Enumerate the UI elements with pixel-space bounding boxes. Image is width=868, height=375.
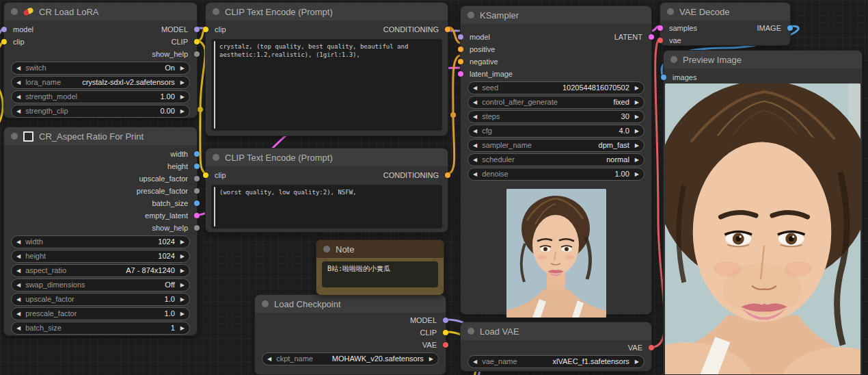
step-right-icon[interactable] <box>180 294 185 305</box>
step-left-icon[interactable] <box>16 308 21 320</box>
step-right-icon[interactable] <box>635 96 639 108</box>
output-slot-width[interactable] <box>194 151 200 157</box>
output-slot-clip[interactable] <box>443 330 448 335</box>
node-title-bar[interactable]: CR Load LoRA <box>4 3 197 21</box>
widget-seed[interactable]: seed 1020544816070502 <box>467 81 645 94</box>
collapse-dot-icon[interactable] <box>467 12 474 18</box>
widget-switch[interactable]: switch On <box>11 62 190 75</box>
step-left-icon[interactable] <box>473 111 477 122</box>
widget-control-after-generate[interactable]: control_after_generate fixed <box>467 96 645 109</box>
collapse-dot-icon[interactable] <box>467 328 474 335</box>
step-left-icon[interactable] <box>16 77 21 88</box>
input-slot-positive[interactable] <box>458 47 463 52</box>
step-right-icon[interactable] <box>180 105 185 117</box>
step-right-icon[interactable] <box>180 322 185 334</box>
step-left-icon[interactable] <box>16 265 21 276</box>
note-textarea[interactable]: B站:啦啦啦的小黄瓜 <box>322 261 438 287</box>
input-slot-clip[interactable] <box>203 172 208 178</box>
input-slot-images[interactable] <box>661 75 666 80</box>
step-right-icon[interactable] <box>180 279 185 291</box>
node-title-bar[interactable]: Load VAE <box>461 322 651 340</box>
step-left-icon[interactable] <box>16 62 21 74</box>
step-left-icon[interactable] <box>473 82 477 94</box>
input-slot-negative[interactable] <box>458 59 463 64</box>
input-slot-clip[interactable] <box>1 39 7 44</box>
step-right-icon[interactable] <box>180 250 185 262</box>
step-left-icon[interactable] <box>16 279 21 291</box>
step-right-icon[interactable] <box>180 77 185 88</box>
collapse-dot-icon[interactable] <box>670 56 677 63</box>
prompt-textarea[interactable]: (worst quality, low quality:2), NSFW, <box>211 185 442 229</box>
output-slot-conditioning[interactable] <box>445 27 450 32</box>
collapse-dot-icon[interactable] <box>11 133 18 140</box>
output-slot-image[interactable] <box>787 25 793 31</box>
step-right-icon[interactable] <box>635 154 639 166</box>
node-canvas[interactable]: { "app": "ComfyUI node graph", "colors":… <box>0 0 868 375</box>
output-slot-prescale-factor[interactable] <box>194 188 200 194</box>
widget-denoise[interactable]: denoise 1.00 <box>467 168 645 181</box>
output-slot-empty-latent[interactable] <box>194 213 200 218</box>
node-title-bar[interactable]: CLIP Text Encode (Prompt) <box>206 3 448 21</box>
node-title-bar[interactable]: Preview Image <box>664 51 862 68</box>
node-title-bar[interactable]: CLIP Text Encode (Prompt) <box>206 148 448 166</box>
step-right-icon[interactable] <box>635 125 639 137</box>
widget-prescale-factor[interactable]: prescale_factor 1.0 <box>11 307 190 320</box>
output-slot-height[interactable] <box>194 164 200 169</box>
output-slot-conditioning[interactable] <box>445 172 450 178</box>
input-slot-latent-image[interactable] <box>458 71 463 77</box>
output-slot-batch-size[interactable] <box>194 201 200 206</box>
widget-vae-name[interactable]: vae_name xlVAEC_f1.safetensors <box>467 355 645 368</box>
step-left-icon[interactable] <box>473 125 477 137</box>
widget-scheduler[interactable]: scheduler normal <box>467 153 645 166</box>
step-right-icon[interactable] <box>429 353 433 365</box>
output-slot-clip[interactable] <box>194 39 200 44</box>
input-slot-model[interactable] <box>1 27 7 32</box>
node-title-bar[interactable]: KSampler <box>461 6 651 24</box>
collapse-dot-icon[interactable] <box>262 300 269 307</box>
step-right-icon[interactable] <box>635 140 639 151</box>
output-slot-show-help[interactable] <box>194 51 200 57</box>
step-right-icon[interactable] <box>635 111 639 122</box>
collapse-dot-icon[interactable] <box>667 8 674 15</box>
step-left-icon[interactable] <box>16 250 21 262</box>
widget-sampler-name[interactable]: sampler_name dpm_fast <box>467 139 645 152</box>
input-slot-samples[interactable] <box>657 25 663 31</box>
step-left-icon[interactable] <box>473 140 477 151</box>
step-right-icon[interactable] <box>635 168 639 180</box>
collapse-dot-icon[interactable] <box>213 8 219 15</box>
widget-lora-name[interactable]: lora_name crystalz-sdxl-v2.safetensors <box>11 76 190 89</box>
input-slot-vae[interactable] <box>657 38 663 43</box>
output-slot-upscale-factor[interactable] <box>194 176 200 181</box>
step-right-icon[interactable] <box>180 91 185 103</box>
collapse-dot-icon[interactable] <box>323 246 330 253</box>
widget-strength-clip[interactable]: strength_clip 0.00 <box>11 105 190 118</box>
step-left-icon[interactable] <box>473 168 477 180</box>
collapse-dot-icon[interactable] <box>11 8 18 15</box>
widget-height[interactable]: height 1024 <box>11 250 190 263</box>
output-slot-show-help[interactable] <box>194 225 200 231</box>
output-slot-model[interactable] <box>443 318 448 323</box>
step-left-icon[interactable] <box>16 105 21 117</box>
collapse-dot-icon[interactable] <box>213 154 219 161</box>
output-slot-vae[interactable] <box>649 345 654 350</box>
node-title-bar[interactable]: VAE Decode <box>660 3 790 21</box>
step-right-icon[interactable] <box>635 82 639 94</box>
step-left-icon[interactable] <box>16 91 21 103</box>
step-left-icon[interactable] <box>473 96 477 108</box>
step-left-icon[interactable] <box>16 322 21 334</box>
output-slot-vae[interactable] <box>443 342 448 348</box>
widget-aspect-ratio[interactable]: aspect_ratio A7 - 874x1240 <box>11 264 190 277</box>
step-right-icon[interactable] <box>180 265 185 276</box>
input-slot-model[interactable] <box>458 34 463 40</box>
node-title-bar[interactable]: Load Checkpoint <box>255 295 446 313</box>
widget-strength-model[interactable]: strength_model 1.00 <box>11 90 190 103</box>
widget-steps[interactable]: steps 30 <box>467 110 645 123</box>
widget-width[interactable]: width 1024 <box>11 235 190 248</box>
step-right-icon[interactable] <box>180 236 185 248</box>
step-left-icon[interactable] <box>267 353 271 365</box>
widget-cfg[interactable]: cfg 4.0 <box>467 125 645 138</box>
output-slot-latent[interactable] <box>649 34 654 40</box>
input-slot-clip[interactable] <box>203 27 208 32</box>
widget-ckpt-name[interactable]: ckpt_name MOHAWK_v20.safetensors <box>262 352 439 365</box>
step-left-icon[interactable] <box>473 154 477 166</box>
